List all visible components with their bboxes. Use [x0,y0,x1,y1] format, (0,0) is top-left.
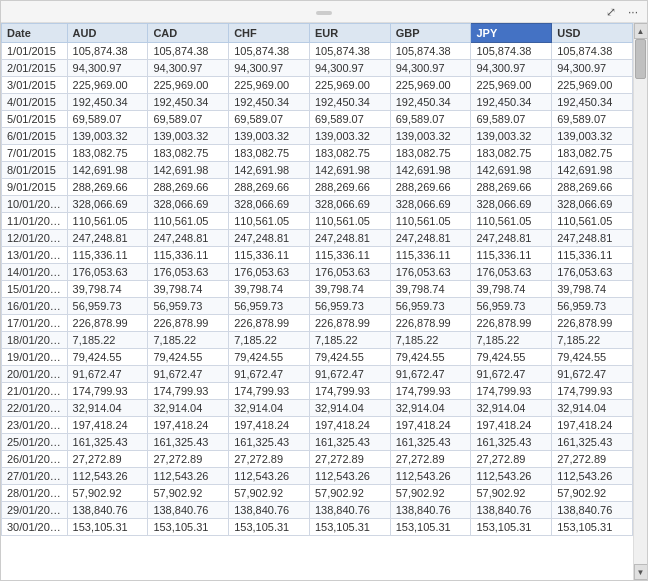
table-row[interactable]: 8/01/2015142,691.98142,691.98142,691.981… [2,162,633,179]
cell-date: 16/01/2015 [2,298,68,315]
cell-usd: 57,902.92 [552,485,633,502]
cell-jpy: 79,424.55 [471,349,552,366]
col-header-jpy[interactable]: JPY [471,24,552,43]
table-row[interactable]: 14/01/2015176,053.63176,053.63176,053.63… [2,264,633,281]
cell-usd: 161,325.43 [552,434,633,451]
cell-chf: 32,914.04 [229,400,310,417]
table-row[interactable]: 11/01/2015110,561.05110,561.05110,561.05… [2,213,633,230]
cell-eur: 39,798.74 [309,281,390,298]
cell-cad: 56,959.73 [148,298,229,315]
cell-cad: 69,589.07 [148,111,229,128]
cell-eur: 138,840.76 [309,502,390,519]
cell-jpy: 174,799.93 [471,383,552,400]
table-row[interactable]: 22/01/201532,914.0432,914.0432,914.0432,… [2,400,633,417]
cell-aud: 94,300.97 [67,60,148,77]
cell-cad: 161,325.43 [148,434,229,451]
cell-jpy: 197,418.24 [471,417,552,434]
scrollbar-thumb[interactable] [635,39,646,79]
col-header-aud[interactable]: AUD [67,24,148,43]
more-icon[interactable]: ··· [625,4,641,20]
cell-usd: 7,185.22 [552,332,633,349]
table-row[interactable]: 15/01/201539,798.7439,798.7439,798.7439,… [2,281,633,298]
table-row[interactable]: 5/01/201569,589.0769,589.0769,589.0769,5… [2,111,633,128]
cell-eur: 225,969.00 [309,77,390,94]
cell-usd: 153,105.31 [552,519,633,536]
cell-gbp: 174,799.93 [390,383,471,400]
col-header-usd[interactable]: USD [552,24,633,43]
cell-date: 12/01/2015 [2,230,68,247]
cell-gbp: 56,959.73 [390,298,471,315]
cell-cad: 79,424.55 [148,349,229,366]
cell-eur: 94,300.97 [309,60,390,77]
table-scroll[interactable]: DateAUDCADCHFEURGBPJPYUSD 1/01/2015105,8… [1,23,633,580]
cell-cad: 328,066.69 [148,196,229,213]
table-row[interactable]: 1/01/2015105,874.38105,874.38105,874.381… [2,43,633,60]
col-header-eur[interactable]: EUR [309,24,390,43]
table-row[interactable]: 7/01/2015183,082.75183,082.75183,082.751… [2,145,633,162]
cell-eur: 105,874.38 [309,43,390,60]
col-header-chf[interactable]: CHF [229,24,310,43]
cell-eur: 69,589.07 [309,111,390,128]
cell-eur: 153,105.31 [309,519,390,536]
cell-usd: 192,450.34 [552,94,633,111]
table-row[interactable]: 20/01/201591,672.4791,672.4791,672.4791,… [2,366,633,383]
table-row[interactable]: 29/01/2015138,840.76138,840.76138,840.76… [2,502,633,519]
table-row[interactable]: 2/01/201594,300.9794,300.9794,300.9794,3… [2,60,633,77]
col-header-date[interactable]: Date [2,24,68,43]
table-row[interactable]: 10/01/2015328,066.69328,066.69328,066.69… [2,196,633,213]
cell-usd: 94,300.97 [552,60,633,77]
table-row[interactable]: 12/01/2015247,248.81247,248.81247,248.81… [2,230,633,247]
table-row[interactable]: 17/01/2015226,878.99226,878.99226,878.99… [2,315,633,332]
table-row[interactable]: 26/01/201527,272.8927,272.8927,272.8927,… [2,451,633,468]
scroll-up-button[interactable]: ▲ [634,23,648,39]
cell-chf: 110,561.05 [229,213,310,230]
cell-aud: 197,418.24 [67,417,148,434]
table-row[interactable]: 4/01/2015192,450.34192,450.34192,450.341… [2,94,633,111]
cell-eur: 57,902.92 [309,485,390,502]
cell-usd: 226,878.99 [552,315,633,332]
cell-date: 9/01/2015 [2,179,68,196]
cell-usd: 225,969.00 [552,77,633,94]
table-row[interactable]: 30/01/2015153,105.31153,105.31153,105.31… [2,519,633,536]
cell-date: 15/01/2015 [2,281,68,298]
cell-date: 26/01/2015 [2,451,68,468]
cell-jpy: 139,003.32 [471,128,552,145]
table-row[interactable]: 6/01/2015139,003.32139,003.32139,003.321… [2,128,633,145]
table-row[interactable]: 27/01/2015112,543.26112,543.26112,543.26… [2,468,633,485]
cell-gbp: 192,450.34 [390,94,471,111]
cell-eur: 161,325.43 [309,434,390,451]
cell-jpy: 57,902.92 [471,485,552,502]
scroll-down-button[interactable]: ▼ [634,564,648,580]
cell-aud: 142,691.98 [67,162,148,179]
table-row[interactable]: 13/01/2015115,336.11115,336.11115,336.11… [2,247,633,264]
table-row[interactable]: 28/01/201557,902.9257,902.9257,902.9257,… [2,485,633,502]
resize-handle[interactable] [316,11,332,15]
table-row[interactable]: 23/01/2015197,418.24197,418.24197,418.24… [2,417,633,434]
table-row[interactable]: 16/01/201556,959.7356,959.7356,959.7356,… [2,298,633,315]
cell-eur: 110,561.05 [309,213,390,230]
table-row[interactable]: 21/01/2015174,799.93174,799.93174,799.93… [2,383,633,400]
cell-usd: 110,561.05 [552,213,633,230]
col-header-gbp[interactable]: GBP [390,24,471,43]
table-row[interactable]: 3/01/2015225,969.00225,969.00225,969.002… [2,77,633,94]
vertical-scrollbar[interactable]: ▲ ▼ [633,23,647,580]
expand-icon[interactable]: ⤢ [603,4,619,20]
cell-gbp: 57,902.92 [390,485,471,502]
cell-aud: 161,325.43 [67,434,148,451]
cell-aud: 105,874.38 [67,43,148,60]
cell-usd: 138,840.76 [552,502,633,519]
cell-aud: 110,561.05 [67,213,148,230]
cell-gbp: 142,691.98 [390,162,471,179]
table-row[interactable]: 19/01/201579,424.5579,424.5579,424.5579,… [2,349,633,366]
cell-jpy: 32,914.04 [471,400,552,417]
table-row[interactable]: 18/01/20157,185.227,185.227,185.227,185.… [2,332,633,349]
cell-jpy: 142,691.98 [471,162,552,179]
cell-gbp: 197,418.24 [390,417,471,434]
cell-cad: 183,082.75 [148,145,229,162]
cell-cad: 115,336.11 [148,247,229,264]
col-header-cad[interactable]: CAD [148,24,229,43]
cell-jpy: 226,878.99 [471,315,552,332]
table-row[interactable]: 25/01/2015161,325.43161,325.43161,325.43… [2,434,633,451]
cell-aud: 32,914.04 [67,400,148,417]
table-row[interactable]: 9/01/2015288,269.66288,269.66288,269.662… [2,179,633,196]
